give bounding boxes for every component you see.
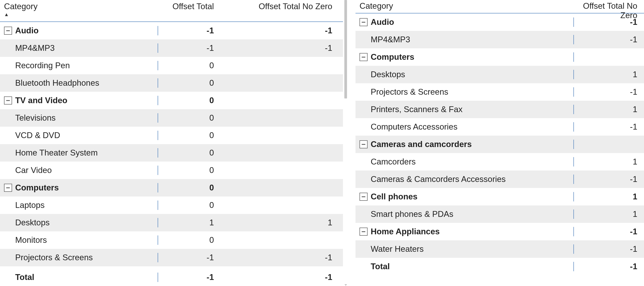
row-label: Cameras and camcorders (371, 140, 574, 149)
group-row[interactable]: −Audio-1 (356, 14, 644, 31)
cell-offset-total-no-zero: -1 (574, 175, 641, 184)
cell-offset-total: 0 (158, 235, 218, 245)
collapse-icon[interactable]: − (360, 193, 368, 201)
item-row[interactable]: Camcorders1 (356, 153, 644, 171)
row-label: Audio (371, 18, 574, 27)
collapse-icon[interactable]: − (360, 53, 368, 61)
row-label: Camcorders (371, 157, 574, 167)
collapse-icon[interactable]: − (4, 96, 12, 104)
group-row[interactable]: −Audio-1-1 (0, 22, 343, 39)
column-header-offset-total[interactable]: Offset Total (158, 2, 218, 11)
cell-offset-total: 0 (158, 131, 218, 140)
item-row[interactable]: Monitors0 (0, 231, 343, 249)
cell-offset-total: 0 (158, 96, 218, 105)
item-row[interactable]: Water Heaters-1 (356, 240, 644, 258)
column-header-label: Category (4, 2, 158, 11)
row-label: Computers (15, 183, 158, 192)
cell-offset-total-no-zero: -1 (574, 18, 641, 27)
cell-offset-total-no-zero: 1 (574, 192, 641, 201)
cell-offset-total-no-zero: -1 (574, 227, 641, 236)
row-label: Car Video (15, 166, 158, 175)
vertical-scrollbar[interactable]: ⌃ ⌄ (344, 0, 348, 286)
scrollbar-thumb[interactable] (344, 0, 347, 98)
group-row[interactable]: −Cameras and camcorders (356, 136, 644, 153)
column-header-label: Category (360, 1, 574, 11)
scroll-down-icon[interactable]: ⌄ (344, 282, 348, 285)
cell-offset-total-no-zero: -1 (218, 43, 334, 53)
cell-offset-total-no-zero: 1 (574, 105, 641, 114)
total-value-offset-total-no-zero: -1 (218, 272, 334, 282)
row-label: Monitors (15, 235, 158, 245)
item-row[interactable]: Bluetooth Headphones0 (0, 74, 343, 92)
item-row[interactable]: Laptops0 (0, 197, 343, 214)
cell-offset-total-no-zero: -1 (218, 26, 334, 35)
group-row[interactable]: −Computers (356, 48, 644, 66)
column-header-category[interactable]: Category (360, 1, 574, 11)
collapse-icon[interactable]: − (360, 228, 368, 236)
item-row[interactable]: Printers, Scanners &11 (0, 266, 343, 268)
row-label: Home Theater System (15, 148, 158, 158)
matrix-header: Category Offset Total No Zero (356, 0, 644, 14)
cell-offset-total: 0 (158, 166, 218, 175)
cell-offset-total-no-zero: -1 (574, 244, 641, 254)
item-row[interactable]: Projectors & Screens-1-1 (0, 249, 343, 266)
cell-offset-total-no-zero: 1 (574, 157, 641, 167)
collapse-icon[interactable]: − (4, 27, 12, 35)
cell-offset-total-no-zero: -1 (574, 122, 641, 131)
row-label: Laptops (15, 201, 158, 210)
item-row[interactable]: Printers, Scanners & Fax1 (356, 101, 644, 118)
cell-offset-total: 1 (158, 218, 218, 227)
collapse-icon[interactable]: − (4, 184, 12, 192)
item-row[interactable]: Desktops1 (356, 66, 644, 83)
cell-offset-total: 0 (158, 61, 218, 70)
cell-offset-total: 0 (158, 113, 218, 123)
cell-offset-total-no-zero: 1 (574, 70, 641, 79)
item-row[interactable]: MP4&MP3-1-1 (0, 39, 343, 57)
column-header-offset-total-no-zero[interactable]: Offset Total No Zero (218, 2, 334, 11)
group-row[interactable]: −TV and Video0 (0, 92, 343, 109)
item-row[interactable]: MP4&MP3-1 (356, 31, 644, 48)
row-label: Water Heaters (371, 244, 574, 254)
item-row[interactable]: Computers Accessories-1 (356, 118, 644, 136)
row-label: Printers, Scanners & Fax (371, 105, 574, 114)
group-row[interactable]: −Computers0 (0, 179, 343, 197)
row-label: Desktops (15, 218, 158, 227)
item-row[interactable]: Car Video0 (0, 162, 343, 179)
row-label: Home Appliances (371, 227, 574, 236)
item-row[interactable]: Desktops11 (0, 214, 343, 231)
item-row[interactable]: Televisions0 (0, 109, 343, 127)
cell-offset-total-no-zero: -1 (574, 87, 641, 97)
group-row[interactable]: −Home Appliances-1 (356, 223, 644, 240)
item-row[interactable]: Projectors & Screens-1 (356, 83, 644, 101)
collapse-icon[interactable]: − (360, 18, 368, 26)
total-value-offset-total: -1 (158, 272, 218, 282)
cell-offset-total: -1 (158, 253, 218, 262)
matrix-visual-right: Category Offset Total No Zero −Audio-1MP… (348, 0, 644, 286)
row-label: Smart phones & PDAs (371, 209, 574, 219)
cell-offset-total: 0 (158, 183, 218, 192)
item-row[interactable]: Recording Pen0 (0, 57, 343, 74)
cell-offset-total: 0 (158, 148, 218, 158)
item-row[interactable]: VCD & DVD0 (0, 127, 343, 144)
row-label: Cameras & Camcorders Accessories (371, 175, 574, 184)
row-label: Projectors & Screens (371, 87, 574, 97)
collapse-icon[interactable]: − (360, 140, 368, 148)
matrix-header: Category ▲ Offset Total Offset Total No … (0, 0, 343, 22)
row-label: Computers Accessories (371, 122, 574, 131)
item-row[interactable]: Cameras & Camcorders Accessories-1 (356, 171, 644, 188)
total-label: Total (371, 262, 574, 271)
cell-offset-total: -1 (158, 26, 218, 35)
matrix-body: −Audio-1-1MP4&MP3-1-1Recording Pen0Bluet… (0, 22, 343, 268)
column-header-category[interactable]: Category ▲ (4, 2, 158, 17)
row-label: Recording Pen (15, 61, 158, 70)
row-label: Audio (15, 26, 158, 35)
group-row[interactable]: −Cell phones1 (356, 188, 644, 205)
total-row: Total -1 -1 (0, 268, 343, 286)
item-row[interactable]: Smart phones & PDAs1 (356, 205, 644, 223)
matrix-visual-left: Category ▲ Offset Total Offset Total No … (0, 0, 344, 286)
sort-ascending-icon: ▲ (4, 12, 158, 17)
cell-offset-total-no-zero: 1 (218, 218, 334, 227)
row-label: Projectors & Screens (15, 253, 158, 262)
row-label: VCD & DVD (15, 131, 158, 140)
item-row[interactable]: Home Theater System0 (0, 144, 343, 162)
